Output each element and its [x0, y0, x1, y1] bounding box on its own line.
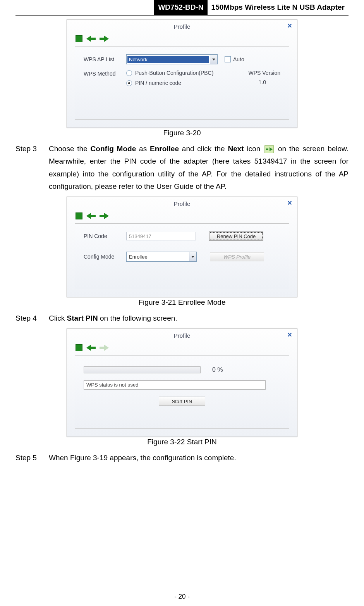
close-icon[interactable]: × — [286, 331, 293, 338]
wps-version-value: 1.0 — [259, 79, 266, 85]
dialog-title: Profile — [174, 332, 191, 339]
doc-header: WD752-BD-N 150Mbps Wireless Lite N USB A… — [15, 0, 349, 16]
config-mode-label: Config Mode — [84, 254, 126, 260]
back-arrow-icon[interactable] — [86, 345, 96, 351]
header-model: WD752-BD-N — [154, 0, 207, 15]
config-mode-value: Enrollee — [127, 253, 189, 261]
page-number: - 20 - — [0, 593, 364, 601]
wps-ap-list-combo[interactable]: Network — [126, 54, 218, 64]
step5-label: Step 5 — [15, 452, 49, 464]
pin-radio-label: PIN / numeric code — [135, 80, 181, 86]
back-arrow-icon[interactable] — [86, 36, 96, 42]
pbc-radio[interactable] — [126, 70, 132, 76]
auto-label: Auto — [233, 56, 244, 62]
profile-dialog-3: Profile × 0 % WPS status is not used Sta… — [67, 328, 297, 437]
stop-icon[interactable] — [76, 212, 82, 219]
step5-text: When Figure 3-19 appears, the configurat… — [49, 452, 349, 464]
next-arrow-icon[interactable] — [100, 36, 109, 42]
chevron-down-icon[interactable] — [189, 252, 196, 261]
pin-radio[interactable] — [126, 80, 132, 86]
figure-caption-322: Figure 3-22 Start PIN — [147, 438, 217, 446]
auto-checkbox[interactable] — [225, 56, 231, 62]
pin-code-label: PIN Code — [84, 233, 126, 239]
step4-label: Step 4 — [15, 312, 49, 325]
close-icon[interactable]: × — [286, 22, 293, 29]
chevron-down-icon[interactable] — [210, 55, 217, 64]
stop-icon[interactable] — [76, 344, 82, 351]
step4-text: Click Start PIN on the following screen. — [49, 312, 349, 325]
wps-status-box: WPS status is not used — [84, 380, 266, 390]
wps-method-label: WPS Method — [84, 70, 126, 77]
start-pin-button[interactable]: Start PIN — [159, 397, 205, 406]
pbc-radio-label: Push-Button Configuration(PBC) — [135, 70, 213, 76]
header-product: 150Mbps Wireless Lite N USB Adapter — [208, 0, 349, 15]
step3-label: Step 3 — [15, 143, 49, 193]
profile-dialog-2: Profile × PIN Code Renew PIN Code Config… — [67, 197, 297, 297]
renew-pin-button[interactable]: Renew PIN Code — [209, 231, 263, 241]
profile-dialog-1: Profile × WPS AP List Network Auto — [67, 19, 297, 128]
stop-icon[interactable] — [76, 35, 82, 42]
progress-percent: 0 % — [212, 366, 223, 373]
wps-ap-list-value: Network — [127, 56, 209, 63]
next-arrow-icon — [100, 345, 109, 351]
next-arrow-icon — [264, 145, 274, 153]
figure-caption-320: Figure 3-20 — [163, 129, 201, 137]
wps-version-label: WPS Version — [249, 70, 280, 76]
figure-caption-321: Figure 3-21 Enrollee Mode — [139, 298, 226, 307]
step3-text: Choose the Config Mode as Enrollee and c… — [49, 143, 349, 193]
wps-ap-list-label: WPS AP List — [84, 56, 126, 62]
close-icon[interactable]: × — [286, 199, 293, 206]
dialog-title: Profile — [174, 23, 191, 30]
back-arrow-icon[interactable] — [86, 213, 96, 219]
pin-code-field[interactable] — [126, 232, 196, 240]
progress-bar — [84, 366, 201, 373]
dialog-title: Profile — [174, 200, 191, 207]
next-arrow-icon[interactable] — [100, 213, 109, 219]
config-mode-combo[interactable]: Enrollee — [126, 252, 197, 262]
wps-profile-button: WPS Profile — [210, 252, 264, 261]
